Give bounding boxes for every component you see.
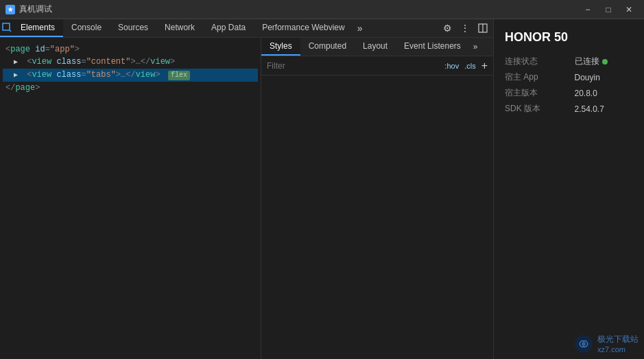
app-icon-text: ★ (8, 6, 13, 13)
version-label: 宿主版本 (505, 87, 567, 99)
app-label: 宿主 App (505, 71, 567, 83)
tabs-more-button[interactable]: » (353, 19, 367, 37)
status-dot-icon (602, 59, 608, 65)
svg-line-1 (10, 30, 11, 32)
tab-styles[interactable]: Styles (261, 38, 300, 56)
app-icon: ★ (5, 5, 15, 14)
title-bar: ★ 真机调试 − □ ✕ (0, 0, 644, 19)
styles-content-area (261, 76, 493, 359)
tab-event-listeners[interactable]: Event Listeners (396, 38, 469, 56)
flex-badge: flex (168, 71, 190, 80)
main-container: Elements Console Sources Network App Dat… (0, 19, 644, 359)
top-tab-bar: Elements Console Sources Network App Dat… (0, 19, 493, 38)
tab-bar-actions: ⚙ ⋮ (440, 19, 493, 37)
filter-input[interactable] (267, 61, 439, 71)
close-button[interactable]: ✕ (619, 3, 639, 16)
tab-console[interactable]: Console (63, 19, 110, 37)
filter-hov-button[interactable]: :hov (444, 62, 459, 70)
tab-sources[interactable]: Sources (110, 19, 156, 37)
styles-panel: Styles Computed Layout Event Listeners »… (261, 38, 493, 359)
watermark-text-group: 极光下载站 xz7.com (597, 334, 639, 354)
styles-tabs-more[interactable]: » (469, 38, 482, 56)
svg-rect-0 (3, 23, 10, 30)
device-name: HONOR 50 (505, 30, 633, 45)
settings-icon[interactable]: ⚙ (440, 21, 455, 36)
tab-network[interactable]: Network (156, 19, 203, 37)
maximize-button[interactable]: □ (599, 3, 618, 16)
device-info-panel: HONOR 50 连接状态 已连接 宿主 App Douyin 宿主版本 20.… (493, 19, 644, 359)
tab-computed[interactable]: Computed (300, 38, 355, 56)
styles-tab-bar: Styles Computed Layout Event Listeners » (261, 38, 493, 56)
connection-value: 已连接 (575, 56, 634, 67)
content-split: <page id="app"> ▶ <view class="content">… (0, 38, 493, 359)
sdk-value: 2.54.0.7 (575, 104, 634, 114)
window-controls: − □ ✕ (578, 3, 639, 16)
more-options-icon[interactable]: ⋮ (457, 21, 473, 36)
filter-bar: :hov .cls + (261, 56, 493, 76)
svg-point-5 (582, 342, 586, 346)
dom-line-page-close[interactable]: </page> (3, 82, 258, 94)
tab-appdata[interactable]: App Data (203, 19, 254, 37)
watermark-name: 极光下载站 (597, 334, 639, 345)
sdk-label: SDK 版本 (505, 103, 567, 115)
connection-label: 连接状态 (505, 56, 567, 67)
version-value: 20.8.0 (575, 89, 634, 98)
dom-line-page[interactable]: <page id="app"> (3, 43, 258, 56)
tab-layout[interactable]: Layout (355, 38, 396, 56)
device-info-table: 连接状态 已连接 宿主 App Douyin 宿主版本 20.8.0 SDK 版… (505, 56, 633, 115)
filter-cls-button[interactable]: .cls (464, 62, 476, 70)
dom-line-content[interactable]: ▶ <view class="content">…</view> (3, 56, 258, 69)
devtools-panel: Elements Console Sources Network App Dat… (0, 19, 493, 359)
element-picker-icon[interactable] (0, 19, 14, 36)
minimize-button[interactable]: − (578, 3, 597, 16)
watermark: 极光下载站 xz7.com (574, 334, 639, 354)
dom-line-tabs[interactable]: ▶ <view class="tabs">…</view> flex (3, 69, 258, 82)
filter-add-button[interactable]: + (481, 60, 488, 72)
dom-panel: <page id="app"> ▶ <view class="content">… (0, 38, 261, 359)
app-value: Douyin (575, 73, 634, 82)
tab-elements[interactable]: Elements (0, 19, 63, 37)
watermark-icon (574, 334, 593, 354)
dock-icon[interactable] (475, 21, 490, 36)
title-bar-text: 真机调试 (19, 3, 52, 15)
watermark-url: xz7.com (597, 345, 625, 354)
tab-performance[interactable]: Performance Webview (254, 19, 353, 37)
